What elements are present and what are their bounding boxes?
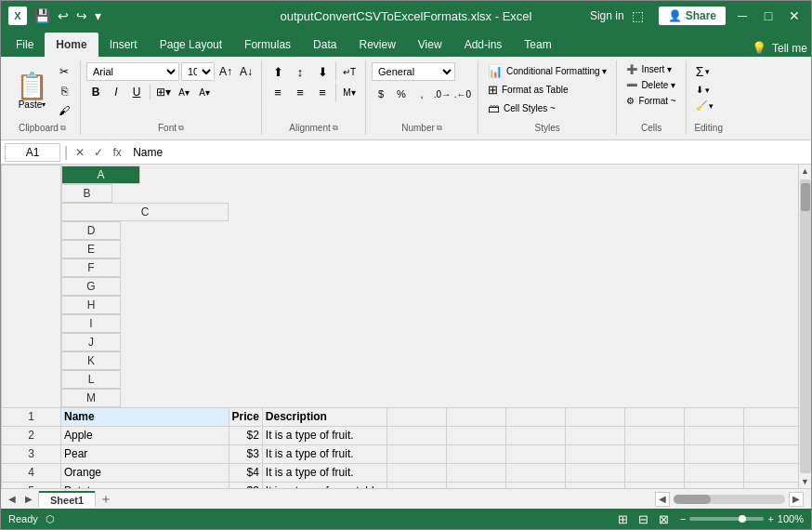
tab-addins[interactable]: Add-ins bbox=[453, 33, 514, 57]
cell-empty-0-5[interactable] bbox=[505, 407, 565, 426]
cell-empty-1-6[interactable] bbox=[565, 426, 624, 444]
cell-a5[interactable]: Potato bbox=[61, 482, 229, 488]
col-header-b[interactable]: B bbox=[61, 184, 112, 203]
cell-c2[interactable]: It is a type of fruit. bbox=[262, 426, 386, 444]
cut-btn[interactable]: ✂ bbox=[54, 62, 74, 81]
currency-btn[interactable]: $ bbox=[372, 85, 390, 103]
number-format-select[interactable]: General bbox=[372, 62, 455, 81]
sum-btn[interactable]: Σ ▾ bbox=[692, 62, 726, 81]
align-bottom-btn[interactable]: ⬇ bbox=[312, 62, 333, 81]
tab-page-layout[interactable]: Page Layout bbox=[149, 33, 233, 57]
cell-b3[interactable]: $3 bbox=[229, 444, 262, 463]
row-number-4[interactable]: 4 bbox=[2, 463, 61, 482]
tell-me-label[interactable]: Tell me bbox=[772, 42, 807, 55]
col-header-l[interactable]: L bbox=[61, 370, 121, 389]
cell-empty-3-6[interactable] bbox=[565, 463, 624, 482]
row-number-1[interactable]: 1 bbox=[2, 407, 61, 426]
help-icon[interactable]: 💡 bbox=[752, 41, 766, 55]
delete-btn[interactable]: ➖ Delete ▾ bbox=[622, 78, 679, 92]
cell-empty-1-4[interactable] bbox=[446, 426, 505, 444]
tab-home[interactable]: Home bbox=[45, 33, 98, 57]
align-left-btn[interactable]: ≡ bbox=[268, 83, 288, 101]
cell-a4[interactable]: Orange bbox=[61, 463, 229, 482]
percent-btn[interactable]: % bbox=[392, 85, 411, 103]
tab-review[interactable]: Review bbox=[347, 33, 406, 57]
align-middle-btn[interactable]: ↕ bbox=[290, 62, 310, 81]
cell-empty-1-9[interactable] bbox=[743, 426, 798, 444]
zoom-in-btn[interactable]: + bbox=[767, 513, 773, 524]
cell-b2[interactable]: $2 bbox=[229, 426, 262, 444]
maximize-btn[interactable]: □ bbox=[759, 7, 778, 25]
cell-empty-2-3[interactable] bbox=[386, 444, 446, 463]
cell-empty-1-3[interactable] bbox=[386, 426, 446, 444]
insert-function-btn[interactable]: fx bbox=[109, 144, 125, 161]
copy-btn[interactable]: ⎘ bbox=[54, 82, 74, 100]
hscroll-thumb[interactable] bbox=[674, 495, 711, 504]
paste-button[interactable]: 📋 Paste▾ bbox=[10, 70, 54, 113]
undo-btn[interactable]: ↩ bbox=[56, 7, 71, 25]
tab-view[interactable]: View bbox=[407, 33, 453, 57]
border-btn[interactable]: ⊞▾ bbox=[154, 83, 173, 101]
insert-btn[interactable]: ➕ Insert ▾ bbox=[622, 62, 675, 76]
hscroll-right-btn[interactable]: ▶ bbox=[789, 492, 804, 507]
zoom-out-btn[interactable]: − bbox=[680, 513, 686, 524]
row-number-5[interactable]: 5 bbox=[2, 482, 61, 488]
redo-btn[interactable]: ↪ bbox=[74, 7, 89, 25]
tab-formulas[interactable]: Formulas bbox=[233, 33, 302, 57]
col-header-k[interactable]: K bbox=[61, 351, 121, 370]
formula-confirm-btn[interactable]: ✓ bbox=[90, 144, 107, 161]
col-header-i[interactable]: I bbox=[61, 314, 121, 333]
cell-a1[interactable]: Name bbox=[61, 407, 229, 426]
cell-empty-0-8[interactable] bbox=[684, 407, 743, 426]
format-as-table-btn[interactable]: ⊞ Format as Table bbox=[484, 81, 572, 99]
increase-decimal-btn[interactable]: .0→ bbox=[433, 85, 452, 103]
cell-c4[interactable]: It is a type of fruit. bbox=[262, 463, 386, 482]
cell-b4[interactable]: $4 bbox=[229, 463, 262, 482]
font-size-select[interactable]: 10 bbox=[181, 62, 215, 81]
col-header-m[interactable]: M bbox=[61, 389, 121, 407]
col-header-d[interactable]: D bbox=[61, 221, 121, 240]
formula-cancel-btn[interactable]: ✕ bbox=[72, 144, 88, 161]
close-btn[interactable]: ✕ bbox=[785, 7, 804, 25]
font-name-select[interactable]: Arial bbox=[86, 62, 179, 81]
tab-team[interactable]: Team bbox=[513, 33, 562, 57]
cell-empty-3-5[interactable] bbox=[505, 463, 565, 482]
share-button[interactable]: 👤 Share bbox=[659, 7, 726, 25]
tab-file[interactable]: File bbox=[5, 33, 45, 57]
sign-in-btn[interactable]: Sign in bbox=[590, 9, 624, 22]
cell-empty-4-9[interactable] bbox=[743, 482, 798, 488]
cell-empty-4-5[interactable] bbox=[505, 482, 565, 488]
col-header-a[interactable]: A bbox=[61, 166, 140, 184]
vertical-scrollbar[interactable]: ▲ ▼ bbox=[798, 165, 811, 488]
alignment-expand-icon[interactable]: ⧉ bbox=[333, 124, 338, 133]
col-header-h[interactable]: H bbox=[61, 296, 121, 314]
row-number-3[interactable]: 3 bbox=[2, 444, 61, 463]
decrease-decimal-btn[interactable]: .←0 bbox=[453, 85, 472, 103]
number-expand-icon[interactable]: ⧉ bbox=[437, 124, 442, 133]
italic-btn[interactable]: I bbox=[107, 83, 125, 101]
bold-btn[interactable]: B bbox=[86, 83, 105, 101]
tab-insert[interactable]: Insert bbox=[98, 33, 149, 57]
page-layout-view-btn[interactable]: ⊟ bbox=[635, 510, 652, 527]
cell-b5[interactable]: $3 bbox=[229, 482, 262, 488]
cell-empty-4-8[interactable] bbox=[684, 482, 743, 488]
cell-empty-4-6[interactable] bbox=[565, 482, 624, 488]
clear-btn[interactable]: 🧹 ▾ bbox=[692, 99, 726, 113]
cell-empty-2-9[interactable] bbox=[743, 444, 798, 463]
customize-btn[interactable]: ▾ bbox=[93, 7, 103, 25]
align-top-btn[interactable]: ⬆ bbox=[268, 62, 288, 81]
cell-empty-2-8[interactable] bbox=[684, 444, 743, 463]
comma-btn[interactable]: , bbox=[413, 85, 431, 103]
col-header-c[interactable]: C bbox=[61, 203, 229, 221]
page-break-view-btn[interactable]: ⊠ bbox=[656, 510, 673, 527]
scroll-down-btn[interactable]: ▼ bbox=[799, 475, 812, 488]
align-right-btn[interactable]: ≡ bbox=[312, 83, 333, 101]
increase-font-btn[interactable]: A↑ bbox=[216, 62, 235, 81]
cell-empty-3-3[interactable] bbox=[386, 463, 446, 482]
save-quick-btn[interactable]: 💾 bbox=[33, 7, 52, 25]
col-header-e[interactable]: E bbox=[61, 240, 121, 258]
clipboard-expand-icon[interactable]: ⧉ bbox=[60, 124, 66, 133]
cell-c3[interactable]: It is a type of fruit. bbox=[262, 444, 386, 463]
cell-empty-1-5[interactable] bbox=[505, 426, 565, 444]
cell-c1[interactable]: Description bbox=[262, 407, 386, 426]
